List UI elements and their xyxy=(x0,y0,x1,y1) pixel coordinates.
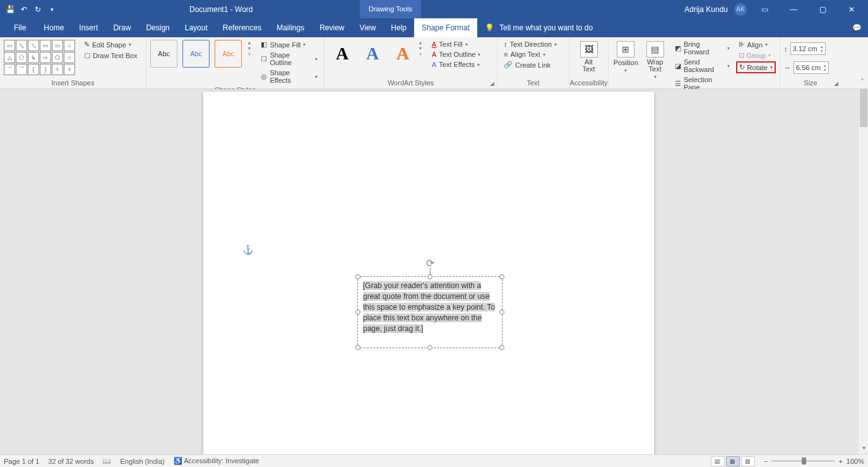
wordart-preset-3[interactable]: A xyxy=(389,40,417,68)
send-backward-button[interactable]: ◪Send Backward▾ xyxy=(672,58,732,74)
status-language[interactable]: English (India) xyxy=(120,458,164,465)
resize-handle-t[interactable] xyxy=(427,274,432,279)
document-canvas[interactable]: ⚓ ⟳ [Grab your reader's attention with a… xyxy=(0,89,868,454)
vertical-scrollbar[interactable]: ▴ ▾ xyxy=(858,89,868,454)
tab-layout[interactable]: Layout xyxy=(177,18,215,37)
zoom-percent[interactable]: 100% xyxy=(847,458,864,465)
shape-effects-button[interactable]: ◎Shape Effects▾ xyxy=(258,68,320,85)
user-name[interactable]: Adrija Kundu xyxy=(684,5,728,14)
gallery-more-icon[interactable]: ▿ xyxy=(248,51,251,57)
zoom-thumb[interactable] xyxy=(802,458,806,464)
send-backward-icon: ◪ xyxy=(675,62,681,70)
accessibility-status[interactable]: ♿ Accessibility: Investigate xyxy=(174,457,259,465)
alt-text-button[interactable]: 🖼 AltText xyxy=(574,40,604,73)
scroll-thumb[interactable] xyxy=(860,89,867,127)
comments-icon[interactable]: 💬 xyxy=(852,23,862,32)
gallery-more-icon[interactable]: ▿ xyxy=(419,51,422,57)
tab-insert[interactable]: Insert xyxy=(71,18,105,37)
group-size: ↕ 3.12 cm▴▾ ↔ 6.56 cm▴▾ Size◢ xyxy=(780,37,841,88)
edit-shape-button[interactable]: ✎ Edit Shape ▾ xyxy=(81,40,140,49)
shape-fill-button[interactable]: ◧Shape Fill▾ xyxy=(258,40,320,49)
text-box[interactable]: [Grab your reader's attention with a gre… xyxy=(357,276,502,348)
text-effects-button[interactable]: AText Effects▾ xyxy=(429,60,483,69)
resize-handle-tl[interactable] xyxy=(355,274,360,279)
position-icon: ⊞ xyxy=(617,41,634,58)
tab-mailings[interactable]: Mailings xyxy=(269,18,312,37)
shape-height-field[interactable]: ↕ 3.12 cm▴▾ xyxy=(784,42,826,55)
shape-style-preset-3[interactable]: Abc xyxy=(215,40,242,68)
ribbon: ▭＼＼▭▭○ △⬡↳⇨⬠☆ ⌒⌒{}✧▿ ✎ Edit Shape ▾ ▢ Dr… xyxy=(0,37,868,89)
resize-handle-bl[interactable] xyxy=(355,345,360,350)
resize-handle-r[interactable] xyxy=(499,310,504,315)
resize-handle-l[interactable] xyxy=(355,310,360,315)
align-button[interactable]: ⊪Align▾ xyxy=(736,40,776,49)
wordart-preset-2[interactable]: A xyxy=(359,40,386,68)
wordart-preset-1[interactable]: A xyxy=(328,40,356,68)
zoom-in-icon[interactable]: + xyxy=(838,458,842,465)
ribbon-display-icon[interactable]: ▭ xyxy=(753,5,776,14)
customize-qat-icon[interactable]: ▾ xyxy=(47,6,57,13)
tab-references[interactable]: References xyxy=(215,18,269,37)
gallery-down-icon[interactable]: ▾ xyxy=(248,45,251,51)
tab-draw[interactable]: Draw xyxy=(105,18,138,37)
view-print-layout[interactable]: ▦ xyxy=(726,456,740,466)
save-icon[interactable]: 💾 xyxy=(5,5,15,14)
tell-me-search[interactable]: 💡 Tell me what you want to do xyxy=(485,23,593,32)
tab-view[interactable]: View xyxy=(352,18,384,37)
text-outline-button[interactable]: AText Outline▾ xyxy=(429,50,483,59)
anchor-icon[interactable]: ⚓ xyxy=(242,245,253,255)
collapse-ribbon-icon[interactable]: ˄ xyxy=(860,78,864,87)
status-word-count[interactable]: 32 of 32 words xyxy=(48,458,93,465)
shape-style-preset-2[interactable]: Abc xyxy=(182,40,210,68)
zoom-slider[interactable] xyxy=(771,460,835,462)
shape-style-preset-1[interactable]: Abc xyxy=(150,40,177,68)
bring-forward-button[interactable]: ◩Bring Forward▾ xyxy=(672,40,732,56)
user-avatar[interactable]: AK xyxy=(734,3,747,16)
wrap-text-button[interactable]: ▤ WrapText ▾ xyxy=(641,40,668,80)
gallery-up-icon[interactable]: ▴ xyxy=(419,40,422,45)
page[interactable] xyxy=(203,92,654,454)
zoom-out-icon[interactable]: − xyxy=(764,458,768,465)
text-box-selection[interactable]: ⟳ [Grab your reader's attention with a g… xyxy=(357,276,502,348)
text-fill-button[interactable]: AText Fill▾ xyxy=(429,40,483,49)
group-button[interactable]: ⊡Group▾ xyxy=(736,51,776,60)
draw-text-box-button[interactable]: ▢ Draw Text Box xyxy=(81,51,140,60)
close-icon[interactable]: ✕ xyxy=(840,5,863,14)
align-text-button[interactable]: ≡Align Text▾ xyxy=(501,50,559,59)
text-box-content[interactable]: [Grab your reader's attention with a gre… xyxy=(358,277,502,338)
resize-handle-tr[interactable] xyxy=(499,274,504,279)
status-page[interactable]: Page 1 of 1 xyxy=(4,458,39,465)
tab-help[interactable]: Help xyxy=(383,18,414,37)
minimize-icon[interactable]: — xyxy=(782,5,805,14)
gallery-up-icon[interactable]: ▴ xyxy=(248,40,251,45)
tab-file[interactable]: File xyxy=(4,18,36,37)
tab-review[interactable]: Review xyxy=(312,18,352,37)
width-value: 6.56 cm xyxy=(796,64,821,71)
height-icon: ↕ xyxy=(784,45,788,52)
align-icon: ⊪ xyxy=(739,40,745,49)
tab-shape-format[interactable]: Shape Format xyxy=(414,18,477,37)
maximize-icon[interactable]: ▢ xyxy=(811,5,834,14)
undo-icon[interactable]: ↶ xyxy=(19,5,29,14)
shape-outline-button[interactable]: ☐Shape Outline▾ xyxy=(258,51,320,67)
tab-home[interactable]: Home xyxy=(36,18,71,37)
dialog-launcher-icon[interactable]: ◢ xyxy=(834,80,838,87)
view-web-layout[interactable]: ▧ xyxy=(741,456,755,466)
tab-design[interactable]: Design xyxy=(138,18,177,37)
resize-handle-b[interactable] xyxy=(427,345,432,350)
text-fill-label: Text Fill xyxy=(439,40,462,48)
redo-icon[interactable]: ↻ xyxy=(33,5,43,14)
position-button[interactable]: ⊞ Position ▾ xyxy=(612,40,639,73)
dialog-launcher-icon[interactable]: ◢ xyxy=(490,80,494,87)
shapes-gallery[interactable]: ▭＼＼▭▭○ △⬡↳⇨⬠☆ ⌒⌒{}✧▿ xyxy=(4,40,75,75)
resize-handle-br[interactable] xyxy=(499,345,504,350)
create-link-button[interactable]: 🔗Create Link xyxy=(501,60,559,70)
view-read-mode[interactable]: ▤ xyxy=(711,456,725,466)
text-direction-button[interactable]: ↕Text Direction▾ xyxy=(501,40,559,49)
shape-width-field[interactable]: ↔ 6.56 cm▴▾ xyxy=(784,61,829,74)
spellcheck-icon[interactable]: 📖 xyxy=(102,457,111,465)
gallery-down-icon[interactable]: ▾ xyxy=(419,45,422,51)
scroll-down-icon[interactable]: ▾ xyxy=(859,444,868,454)
tell-me-placeholder: Tell me what you want to do xyxy=(499,23,593,32)
rotate-button[interactable]: ↻Rotate▾ xyxy=(736,61,776,73)
